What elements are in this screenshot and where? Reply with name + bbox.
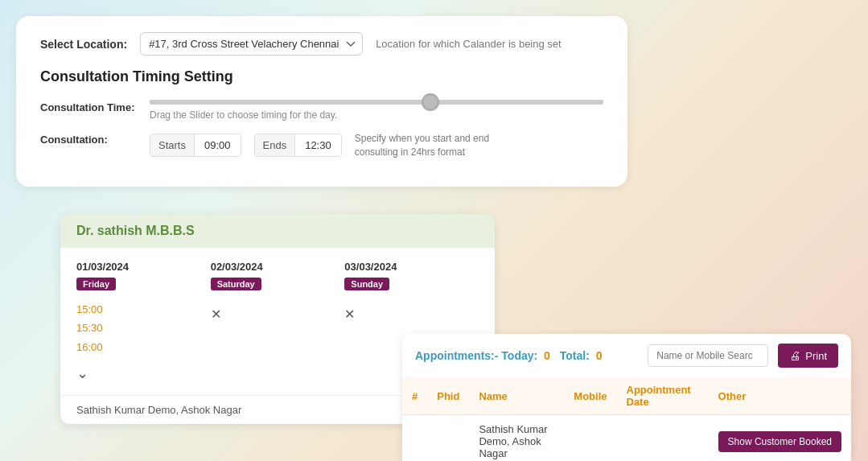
- col-phid: Phid: [427, 377, 469, 415]
- cell-phid: [427, 415, 469, 462]
- total-label: Total:: [560, 349, 590, 362]
- location-select[interactable]: #17, 3rd Cross Street Velachery Chennai: [140, 32, 363, 56]
- table-row: Sathish Kumar Demo, Ashok Nagar Show Cus…: [402, 415, 851, 462]
- starts-value: 09:00: [195, 134, 241, 156]
- total-count: 0: [596, 349, 603, 362]
- col-name: Name: [469, 377, 564, 415]
- col-hash: #: [402, 377, 427, 415]
- day-friday: Friday: [76, 278, 116, 290]
- slider-fill: [150, 100, 603, 105]
- slider-hint: Drag the Slider to choose timing for the…: [150, 109, 603, 121]
- date-saturday: 02/03/2024: [211, 261, 263, 273]
- appointments-title: Appointments:- Today: 0 Total: 0: [415, 349, 638, 362]
- print-icon: 🖨: [789, 349, 800, 362]
- print-button[interactable]: 🖨 Print: [778, 344, 838, 368]
- col-other: Other: [709, 377, 851, 415]
- ends-value: 12:30: [295, 134, 341, 156]
- date-col-saturday: 02/03/2024 Saturday ✕: [211, 261, 345, 382]
- date-sunday: 03/03/2024: [344, 261, 397, 273]
- cell-hash: [402, 415, 427, 462]
- doctor-header: Dr. sathish M.B.B.S: [60, 214, 495, 248]
- unavailable-sunday-icon: ✕: [344, 307, 355, 322]
- cell-other: Show Customer Booked: [709, 415, 851, 462]
- start-time-group: Starts 09:00: [150, 134, 241, 157]
- day-sunday: Sunday: [344, 278, 389, 290]
- slider-container: Drag the Slider to choose timing for the…: [150, 100, 603, 121]
- more-slots-icon[interactable]: ⌄: [76, 364, 88, 382]
- slot-1600[interactable]: 16:00: [76, 338, 103, 356]
- col-appointment-date: Appointment Date: [617, 377, 709, 415]
- day-saturday: Saturday: [211, 278, 261, 290]
- date-friday: 01/03/2024: [76, 261, 129, 273]
- consultation-settings-card: Select Location: #17, 3rd Cross Street V…: [16, 16, 627, 187]
- table-header-row: # Phid Name Mobile Appointment Date Othe…: [402, 377, 851, 415]
- format-hint: Specify when you start and end consultin…: [355, 132, 532, 159]
- friday-slots: 15:00 15:30 16:00: [76, 300, 103, 356]
- appointments-table: # Phid Name Mobile Appointment Date Othe…: [402, 377, 851, 461]
- slot-1500[interactable]: 15:00: [76, 300, 103, 319]
- starts-label: Starts: [150, 134, 195, 156]
- consult-time-inputs: Starts 09:00 Ends 12:30 Specify when you…: [150, 132, 532, 159]
- today-count: 0: [544, 349, 550, 362]
- date-col-friday: 01/03/2024 Friday 15:00 15:30 16:00 ⌄: [76, 261, 211, 382]
- cell-appointment-date: [617, 415, 709, 462]
- timing-row: Consultation Time: Drag the Slider to ch…: [40, 100, 603, 121]
- unavailable-saturday-icon: ✕: [211, 307, 221, 322]
- slider-track: [150, 100, 603, 105]
- consultation-time-row: Consultation: Starts 09:00 Ends 12:30 Sp…: [40, 132, 603, 159]
- end-time-group: Ends 12:30: [254, 134, 342, 157]
- location-row: Select Location: #17, 3rd Cross Street V…: [40, 32, 603, 56]
- appointments-card: Appointments:- Today: 0 Total: 0 🖨 Print…: [402, 334, 851, 461]
- col-mobile: Mobile: [564, 377, 616, 415]
- location-hint: Location for which Calander is being set: [376, 38, 562, 50]
- cell-mobile: [564, 415, 616, 462]
- consultation-time-label: Consultation Time:: [40, 100, 137, 113]
- slider-thumb[interactable]: [422, 93, 439, 111]
- search-input[interactable]: [648, 344, 768, 367]
- section-title: Consultation Timing Setting: [40, 68, 603, 85]
- doctor-name: Dr. sathish M.B.B.S: [76, 224, 195, 237]
- location-label: Select Location:: [40, 38, 127, 51]
- consultation-label: Consultation:: [40, 132, 137, 146]
- show-customer-booked-button[interactable]: Show Customer Booked: [718, 431, 841, 452]
- cell-name: Sathish Kumar Demo, Ashok Nagar: [469, 415, 564, 462]
- slot-1530[interactable]: 15:30: [76, 319, 103, 337]
- ends-label: Ends: [255, 134, 296, 156]
- appointments-header: Appointments:- Today: 0 Total: 0 🖨 Print: [402, 334, 851, 377]
- doctor-location: Sathish Kumar Demo, Ashok Nagar: [76, 404, 241, 416]
